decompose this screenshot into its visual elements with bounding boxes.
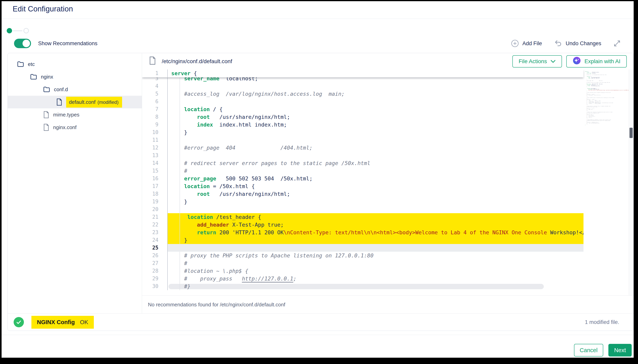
next-button[interactable]: Next — [608, 344, 632, 356]
line-number: 10 — [142, 128, 168, 136]
line-number: 17 — [142, 182, 168, 190]
minimap[interactable]: server { listen 80 default_server; serve… — [585, 71, 629, 125]
expand-icon — [613, 40, 621, 48]
code-line-11[interactable]: 11 — [142, 136, 583, 144]
add-file-icon — [511, 40, 519, 48]
code-line-16[interactable]: 16 error_page 500 502 503 504 /50x.html; — [142, 175, 583, 182]
line-number: 29 — [142, 275, 168, 282]
line-content: root /usr/share/nginx/html; — [168, 190, 583, 198]
editor-pane: /etc/nginx/conf.d/default.conf File Acti… — [142, 53, 633, 314]
line-content: location = /50x.html { — [168, 182, 583, 190]
line-number: 8 — [142, 113, 168, 121]
tree-item-default.conf[interactable]: default.conf(modified) — [8, 96, 142, 108]
chevron-down-icon — [550, 58, 556, 64]
tree-item-etc[interactable]: etc — [8, 58, 142, 70]
code-line-23[interactable]: 23 return 200 'HTTP/1.1 200 OK\nContent-… — [142, 228, 583, 236]
line-content — [168, 244, 583, 252]
line-number: 5 — [142, 90, 168, 98]
line-content: location / { — [168, 106, 583, 113]
add-file-button[interactable]: Add File — [511, 40, 542, 48]
code-line-28[interactable]: 28 #location ~ \.php$ { — [142, 267, 583, 275]
explain-with-ai-label: Explain with AI — [584, 58, 620, 64]
tree-item-mime.types[interactable]: mime.types — [8, 108, 142, 121]
code-line-29[interactable]: 29 # proxy_pass http://127.0.0.1; — [142, 275, 583, 282]
vertical-scrollbar-thumb[interactable] — [629, 128, 633, 138]
tree-item-nginx.conf[interactable]: nginx.conf — [8, 121, 142, 134]
folder-icon — [30, 74, 37, 80]
code-line-8[interactable]: 8 root /usr/share/nginx/html; — [142, 113, 583, 121]
tree-item-conf.d[interactable]: conf.d — [8, 83, 142, 96]
code-line-26[interactable]: 26 # proxy the PHP scripts to Apache lis… — [142, 252, 583, 260]
undo-changes-button[interactable]: Undo Changes — [554, 40, 601, 48]
code-line-7[interactable]: 7 location / { — [142, 106, 583, 113]
code-line-24[interactable]: 24 } — [142, 236, 583, 244]
line-number: 7 — [142, 106, 168, 113]
line-content: location /test_header { — [168, 213, 583, 221]
code-line-13[interactable]: 13 — [142, 152, 583, 159]
line-number: 15 — [142, 167, 168, 175]
line-content: #location ~ \.php$ { — [168, 267, 583, 275]
code-line-21[interactable]: 21 location /test_header { — [142, 213, 583, 221]
code-line-20[interactable]: 20 — [142, 206, 583, 213]
code-line-19[interactable]: 19 } — [142, 198, 583, 206]
line-number: 27 — [142, 260, 168, 267]
tree-item-label: nginx.conf — [53, 124, 77, 130]
tree-item-label: mime.types — [53, 112, 79, 118]
code-line-10[interactable]: 10 } — [142, 128, 583, 136]
file-tree: etcnginxconf.ddefault.conf(modified)mime… — [8, 53, 142, 314]
status-check-icon — [14, 317, 24, 327]
line-content — [168, 152, 583, 159]
code-line-4[interactable]: 4 — [142, 82, 583, 90]
line-number: 28 — [142, 267, 168, 275]
show-recommendations-toggle[interactable] — [14, 39, 31, 48]
code-line-27[interactable]: 27 # — [142, 260, 583, 267]
code-line-5[interactable]: 5 #access_log /var/log/nginx/host.access… — [142, 90, 583, 98]
stepper — [7, 28, 29, 33]
code-line-9[interactable]: 9 index index.html index.htm; — [142, 121, 583, 128]
tree-item-label: etc — [28, 61, 35, 67]
line-content: return 200 'HTTP/1.1 200 OK\nContent-Typ… — [168, 228, 583, 236]
code-line-25[interactable]: 25 — [142, 244, 583, 252]
line-number: 30 — [142, 282, 168, 290]
line-content — [168, 206, 583, 213]
edit-configuration-modal: Edit Configuration Show Recommendations … — [2, 1, 634, 358]
file-actions-label: File Actions — [519, 58, 547, 64]
modified-files-count: 1 modified file. — [585, 319, 619, 325]
page-title: Edit Configuration — [13, 5, 73, 13]
vertical-scrollbar-track[interactable] — [629, 70, 633, 296]
line-content: #access_log /var/log/nginx/host.access.l… — [168, 90, 583, 98]
code-line-14[interactable]: 14 # redirect server error pages to the … — [142, 159, 583, 167]
sticky-code-line[interactable]: 1server { — [142, 70, 197, 77]
code-line-12[interactable]: 12 #error_page 404 /404.html; — [142, 144, 583, 152]
line-content: #} — [168, 282, 583, 290]
line-number: 24 — [142, 236, 168, 244]
code-line-22[interactable]: 22 add_header X-Test-App true; — [142, 221, 583, 228]
explain-with-ai-button[interactable]: Explain with AI — [566, 55, 627, 68]
line-number: 20 — [142, 206, 168, 213]
code-line-17[interactable]: 17 location = /50x.html { — [142, 182, 583, 190]
editor-header: /etc/nginx/conf.d/default.conf File Acti… — [142, 53, 633, 70]
modal-titlebar: Edit Configuration — [2, 1, 634, 19]
code-line-18[interactable]: 18 root /usr/share/nginx/html; — [142, 190, 583, 198]
folder-icon — [17, 61, 24, 67]
code-line-6[interactable]: 6 — [142, 98, 583, 106]
ai-sparkle-icon — [573, 56, 581, 66]
line-content — [168, 82, 583, 90]
line-content: index index.html index.htm; — [168, 121, 583, 128]
code-line-30[interactable]: 30 #} — [142, 282, 583, 290]
show-recommendations-label: Show Recommendations — [38, 40, 97, 46]
footer-divider — [2, 335, 634, 335]
line-content: root /usr/share/nginx/html; — [168, 113, 583, 121]
file-icon — [43, 124, 49, 131]
code-editor[interactable]: 3 server_name localhost;45 #access_log /… — [142, 70, 633, 296]
code-line-15[interactable]: 15 # — [142, 167, 583, 175]
line-content: } — [168, 198, 583, 206]
line-content: # redirect server error pages to the sta… — [168, 159, 583, 167]
expand-button[interactable] — [613, 40, 621, 48]
sticky-line: 1server { — [142, 70, 583, 78]
line-number: 6 — [142, 98, 168, 106]
cancel-button[interactable]: Cancel — [574, 344, 603, 356]
file-actions-button[interactable]: File Actions — [512, 55, 562, 68]
tree-item-nginx[interactable]: nginx — [8, 70, 142, 83]
line-content: # — [168, 167, 583, 175]
